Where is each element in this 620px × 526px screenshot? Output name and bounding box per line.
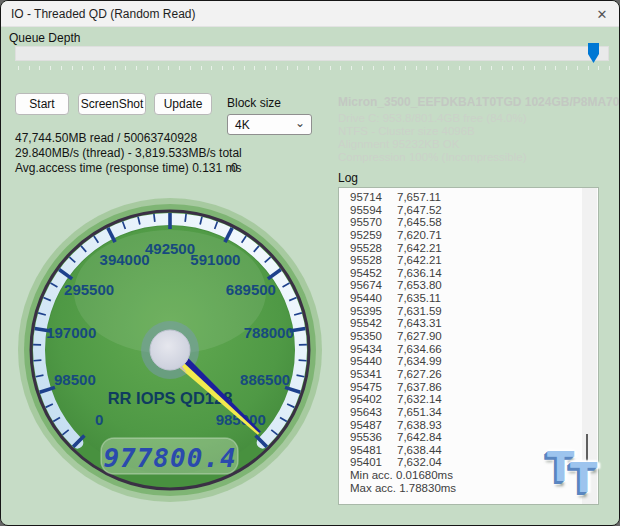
- gauge-minor-tick: [299, 360, 307, 361]
- watermark-letter: T: [570, 455, 597, 501]
- gauge-scale-label: 886500: [240, 371, 290, 388]
- log-row: 956437,651.34: [350, 406, 598, 419]
- log-row: 954407,634.99: [350, 355, 598, 368]
- gauge-minor-tick: [33, 360, 41, 361]
- log-row: 954877,638.93: [350, 419, 598, 432]
- iops-gauge: 0985001970002955003940004925005910006895…: [10, 190, 330, 510]
- log-row: 954757,637.86: [350, 381, 598, 394]
- gauge-scale-label: 492500: [145, 240, 195, 257]
- stats-access-line: Avg.access time (response time) 0.131 ms: [15, 161, 242, 176]
- window-body: Queue Depth Start ScreenShot Update Bloc…: [1, 27, 619, 526]
- start-button[interactable]: Start: [15, 93, 69, 115]
- drive-alignment: Alignment 95232KB OK: [338, 138, 527, 151]
- app-window: IO - Threaded QD (Random Read) ✕ Queue D…: [0, 0, 620, 526]
- log-row: 953507,627.90: [350, 330, 598, 343]
- gauge-scale-label: 197000: [46, 324, 96, 341]
- log-row: 956747,653.80: [350, 279, 598, 292]
- drive-free-space: Drive C: 953.8/801.4GB free (84.0%): [338, 112, 527, 125]
- gauge-lcd-value: 977800.4: [103, 443, 236, 473]
- tweaktown-watermark-logo: T T: [547, 440, 607, 510]
- close-icon[interactable]: ✕: [592, 4, 612, 24]
- stats-read-line: 47,744.50MB read / 50063740928: [15, 131, 242, 146]
- log-row: 954527,636.14: [350, 267, 598, 280]
- gauge-scale-label: 295500: [64, 281, 114, 298]
- block-size-value: 4K: [235, 118, 250, 132]
- log-label: Log: [338, 171, 358, 185]
- stats-extra-zero: 0: [231, 161, 238, 175]
- update-button[interactable]: Update: [154, 93, 212, 115]
- gauge-hub-inner: [150, 330, 190, 370]
- screenshot-button[interactable]: ScreenShot: [78, 93, 146, 115]
- throughput-stats: 47,744.50MB read / 50063740928 29.840MB/…: [15, 131, 242, 176]
- gauge-minor-tick: [185, 214, 186, 222]
- log-row: 954407,635.11: [350, 292, 598, 305]
- log-row: 953417,627.26: [350, 368, 598, 381]
- log-row: 954027,632.14: [350, 393, 598, 406]
- gauge-scale-label: 98500: [54, 371, 96, 388]
- drive-model-title: Micron_3500_EEFDKBA1T0TGD 1024GB/P8MA703…: [338, 95, 620, 109]
- queue-depth-label: Queue Depth: [9, 31, 80, 45]
- window-title: IO - Threaded QD (Random Read): [11, 7, 196, 21]
- block-size-label: Block size: [227, 96, 281, 110]
- stats-speed-line: 29.840MB/s (thread) - 3,819.533MB/s tota…: [15, 146, 242, 161]
- log-row: 957147,657.11: [350, 191, 598, 204]
- log-row: 955947,647.52: [350, 204, 598, 217]
- gauge-scale-label: 0: [95, 411, 103, 428]
- drive-info-lines: Drive C: 953.8/801.4GB free (84.0%) NTFS…: [338, 112, 527, 164]
- gauge-scale-label: 788000: [244, 324, 294, 341]
- log-row: 955287,642.21: [350, 254, 598, 267]
- gauge-scale-label: 689500: [226, 281, 276, 298]
- gauge-scale-label: 591000: [190, 251, 240, 268]
- gauge-minor-tick: [154, 214, 155, 222]
- gauge-scale-label: 394000: [100, 251, 150, 268]
- log-row: 954347,634.66: [350, 343, 598, 356]
- log-row: 955287,642.21: [350, 242, 598, 255]
- log-row: 952597,620.71: [350, 229, 598, 242]
- log-row: 955707,645.58: [350, 216, 598, 229]
- drive-compression: Compression 100% (Incompressible): [338, 151, 527, 164]
- log-row: 955427,643.31: [350, 317, 598, 330]
- chevron-down-icon: ⌄: [295, 116, 305, 130]
- title-bar: IO - Threaded QD (Random Read) ✕: [1, 1, 619, 27]
- log-row: 953957,631.59: [350, 305, 598, 318]
- queue-depth-slider-track[interactable]: [15, 46, 609, 61]
- queue-depth-slider-ticks: [15, 66, 609, 71]
- drive-filesystem: NTFS - Cluster size 4096B: [338, 125, 527, 138]
